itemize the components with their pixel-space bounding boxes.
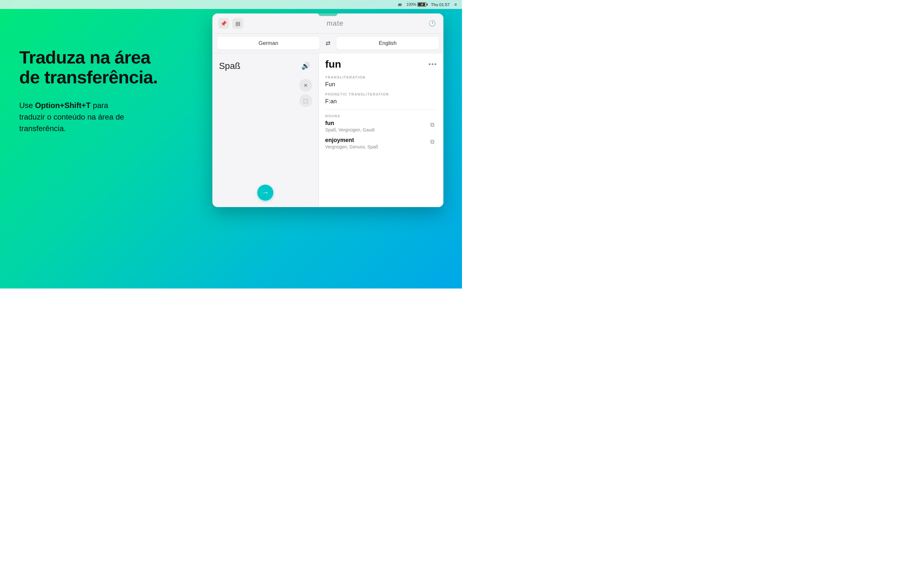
clock: Thu 01:57 [431, 2, 450, 7]
battery-icon: ⚡ [417, 2, 426, 7]
battery-percent: 100% [407, 2, 417, 7]
copy-icon-2: ⧉ [430, 139, 435, 145]
battery-indicator: 100% ⚡ [407, 2, 427, 7]
noun-1-text: fun Spaß, Vergnügen, Gaudi [325, 120, 375, 132]
main-content: Traduza na área de transferência. Use Op… [0, 9, 462, 288]
copy-icon-1: ⧉ [430, 121, 435, 128]
translate-go-button[interactable]: → [257, 185, 273, 201]
result-word-row: fun ••• [325, 58, 437, 70]
bookmark-button[interactable]: ⬚ [299, 94, 312, 107]
close-button[interactable]: ✕ [299, 79, 312, 92]
menubar: æ 100% ⚡ Thu 01:57 ≡ [0, 0, 462, 9]
notebook-icon: ▤ [236, 21, 240, 27]
headline: Traduza na área de transferência. [19, 47, 202, 87]
phonetic-value: F:an [325, 98, 437, 105]
subtext: Use Option+Shift+T para traduzir o conte… [19, 100, 202, 134]
noun-1-word: fun [325, 120, 375, 127]
notch [318, 13, 338, 16]
source-language-button[interactable]: German [217, 37, 320, 50]
subtext-prefix: Use [19, 101, 35, 110]
translator-popup: 📌 ▤ mate 🕐 German ⇄ English [212, 13, 443, 207]
noun-1-sub: Spaß, Vergnügen, Gaudi [325, 127, 375, 132]
header-left-icons: 📌 ▤ [218, 18, 243, 29]
source-word-row: Spaß 🔊 [219, 60, 312, 73]
result-panel: fun ••• TRANSLITERATION Fun PHONETIC TRA… [319, 53, 444, 207]
swap-language-button[interactable]: ⇄ [322, 37, 334, 49]
transliteration-label: TRANSLITERATION [325, 75, 437, 79]
swap-icon: ⇄ [326, 40, 330, 47]
popup-title: mate [243, 19, 427, 27]
speaker-button[interactable]: 🔊 [299, 60, 312, 73]
divider [325, 109, 437, 110]
ae-icon[interactable]: æ [398, 2, 402, 7]
source-word: Spaß [219, 61, 240, 71]
headline-line2: de transferência. [19, 67, 158, 87]
translation-body: Spaß 🔊 ✕ ⬚ → [212, 53, 443, 207]
noun-entry-1: fun Spaß, Vergnügen, Gaudi ⧉ [325, 120, 437, 132]
headline-line1: Traduza na área [19, 47, 150, 67]
notebook-button[interactable]: ▤ [232, 18, 243, 29]
menu-list-icon[interactable]: ≡ [454, 2, 457, 7]
subtext-line2: traduzir o conteúdo na área de [19, 113, 124, 121]
source-actions: ✕ ⬚ [299, 79, 312, 107]
noun-2-word: enjoyment [325, 137, 378, 143]
more-options-button[interactable]: ••• [428, 61, 437, 68]
left-panel: Traduza na área de transferência. Use Op… [0, 9, 222, 153]
copy-noun-2-button[interactable]: ⧉ [427, 137, 437, 147]
bookmark-icon: ⬚ [303, 98, 308, 104]
history-button[interactable]: 🕐 [427, 18, 438, 29]
noun-2-text: enjoyment Vergnügen, Genuss, Spaß [325, 137, 378, 149]
speaker-icon: 🔊 [301, 62, 310, 70]
history-icon: 🕐 [429, 20, 436, 27]
subtext-line3: transferência. [19, 124, 66, 133]
language-row: German ⇄ English [212, 34, 443, 53]
pin-button[interactable]: 📌 [218, 18, 229, 29]
close-icon: ✕ [304, 82, 308, 89]
copy-noun-1-button[interactable]: ⧉ [427, 120, 437, 129]
nouns-label: NOUNS [325, 114, 437, 118]
go-icon: → [262, 189, 269, 197]
result-word: fun [325, 58, 341, 70]
source-panel: Spaß 🔊 ✕ ⬚ → [212, 53, 318, 207]
target-language-button[interactable]: English [336, 37, 439, 50]
noun-entry-2: enjoyment Vergnügen, Genuss, Spaß ⧉ [325, 137, 437, 149]
shortcut-text: Option+Shift+T [35, 101, 90, 110]
popup-header: 📌 ▤ mate 🕐 [212, 13, 443, 34]
noun-2-sub: Vergnügen, Genuss, Spaß [325, 144, 378, 149]
pin-icon: 📌 [220, 21, 227, 27]
phonetic-label: PHONETIC TRANSLITERATION [325, 92, 437, 96]
subtext-suffix: para [91, 101, 108, 110]
transliteration-value: Fun [325, 81, 437, 88]
